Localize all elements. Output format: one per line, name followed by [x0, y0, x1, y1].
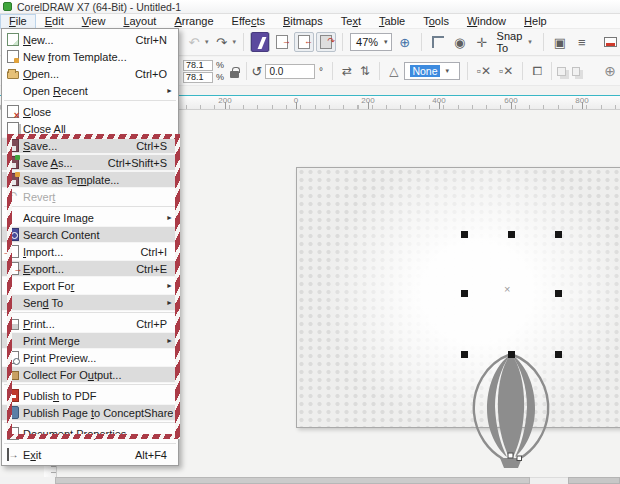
menu-item-import[interactable]: Import...Ctrl+I — [2, 243, 178, 260]
publish-pdf-button[interactable]: ↷ — [316, 32, 336, 52]
menubar-item-tools[interactable]: Tools — [414, 14, 458, 29]
wrap-text-button[interactable]: ⧠ — [528, 64, 546, 78]
launcher-icon — [251, 32, 269, 52]
menu-item-label: Search Content — [23, 229, 173, 241]
selection-handle-top-center[interactable] — [508, 231, 515, 238]
selection-handle-top-right[interactable] — [555, 231, 562, 238]
menu-bar: FileEditViewLayoutArrangeEffectsBitmapsT… — [0, 14, 620, 29]
show-rulers-button[interactable] — [428, 32, 448, 52]
menu-item-search-content[interactable]: Search Content — [2, 226, 178, 243]
presentation-mode-button[interactable] — [601, 32, 620, 52]
menu-item-exit[interactable]: →ExitAlt+F4 — [2, 446, 178, 463]
menu-item-save[interactable]: Save...Ctrl+S — [2, 137, 178, 154]
menu-item-shortcut: Ctrl+S — [136, 140, 173, 152]
redo-dropdown-icon[interactable]: ▾ — [233, 38, 237, 46]
undo-button[interactable]: ↶ — [184, 32, 204, 52]
menu-item-new[interactable]: New...Ctrl+N — [2, 31, 178, 48]
balloon-object[interactable] — [467, 351, 555, 469]
menu-item-save-as[interactable]: Save As...Ctrl+Shift+S — [2, 154, 178, 171]
menu-item-publish-page-to-conceptshare[interactable]: Publish Page to ConceptShare... — [2, 404, 178, 421]
menu-item-send-to[interactable]: Send To► — [2, 294, 178, 311]
lock-ratio-icon[interactable] — [230, 71, 239, 78]
selection-handle-mid-right[interactable] — [555, 290, 562, 297]
import-button[interactable]: → — [272, 32, 292, 52]
pan-tool-button[interactable]: ⊕ — [395, 32, 415, 52]
horizontal-scrollbar-thumb[interactable] — [55, 477, 530, 484]
toolbar-separator — [467, 62, 468, 80]
zoom-level-combo[interactable]: 47% ▾ — [350, 33, 392, 51]
quick-customize-button[interactable]: ⊕ — [600, 63, 620, 79]
bottom-left-corner — [0, 477, 55, 484]
group-button[interactable] — [557, 67, 566, 76]
options-button[interactable]: ≡ — [572, 32, 592, 52]
selection-center-mark[interactable]: × — [504, 283, 510, 295]
menubar-item-file[interactable]: File — [0, 14, 36, 29]
snap-to-dropdown[interactable]: Snap To ▾ — [493, 32, 538, 52]
toolbar-separator — [522, 62, 523, 80]
scale-v-field[interactable]: 78.1 — [183, 72, 213, 83]
menu-item-new-from-template[interactable]: New from Template... — [2, 48, 178, 65]
menubar-item-layout[interactable]: Layout — [114, 14, 165, 29]
mirror-vertical-button[interactable]: ⇅ — [356, 64, 374, 78]
highlighted-menu-group: Save...Ctrl+SSave As...Ctrl+Shift+SSave … — [2, 137, 178, 442]
submenu-arrow-icon: ► — [165, 87, 173, 94]
preview-icon — [2, 351, 23, 364]
menubar-item-arrange[interactable]: Arrange — [165, 14, 222, 29]
menubar-item-effects[interactable]: Effects — [223, 14, 274, 29]
menu-item-export[interactable]: Export...Ctrl+E — [2, 260, 178, 277]
selection-handle-bottom-left[interactable] — [461, 351, 468, 358]
export-button[interactable]: ← — [294, 32, 314, 52]
menu-item-print-merge[interactable]: Print Merge► — [2, 332, 178, 349]
menubar-item-window[interactable]: Window — [458, 14, 515, 29]
show-guidelines-button[interactable]: ✛ — [472, 32, 492, 52]
menu-item-revert[interactable]: ↶Revert — [2, 188, 178, 205]
mirror-horizontal-button[interactable]: ⇄ — [338, 64, 356, 78]
zoom-caret-icon: ▾ — [384, 38, 388, 46]
menu-item-save-as-template[interactable]: Save as Template... — [2, 171, 178, 188]
selection-handle-bottom-right[interactable] — [555, 351, 562, 358]
application-launcher-button[interactable] — [250, 32, 270, 52]
submenu-arrow-icon: ► — [165, 337, 173, 344]
outline-width-combo[interactable]: None ▾ — [404, 62, 459, 80]
menu-item-label: Save as Template... — [23, 174, 173, 186]
welcome-screen-button[interactable]: ▣ — [550, 32, 570, 52]
open-icon — [2, 68, 23, 79]
menu-item-label: New... — [23, 34, 128, 46]
ungroup-button[interactable] — [572, 67, 581, 76]
menu-item-publish-to-pdf[interactable]: Publish to PDF — [2, 387, 178, 404]
remove-nodes-button[interactable]: ▫✕ — [473, 64, 495, 78]
selection-handle-bottom-center[interactable] — [508, 351, 515, 358]
rotation-angle-field[interactable]: 0.0 — [265, 64, 315, 79]
menubar-item-view[interactable]: View — [73, 14, 115, 29]
toolbar-separator — [421, 33, 422, 51]
selection-handle-mid-left[interactable] — [461, 290, 468, 297]
menubar-item-bitmaps[interactable]: Bitmaps — [274, 14, 332, 29]
scale-h-field[interactable]: 78.1 — [183, 60, 213, 71]
undo-dropdown-icon[interactable]: ▾ — [205, 38, 209, 46]
menubar-item-table[interactable]: Table — [370, 14, 414, 29]
menu-item-label: Open... — [23, 68, 127, 80]
submenu-arrow-icon: ► — [165, 214, 173, 221]
menu-item-label: New from Template... — [23, 51, 173, 63]
menubar-item-edit[interactable]: Edit — [36, 14, 73, 29]
menu-item-collect-for-output[interactable]: Collect For Output... — [2, 366, 178, 383]
menubar-item-text[interactable]: Text — [332, 14, 370, 29]
menubar-item-help[interactable]: Help — [515, 14, 556, 29]
outline-width-value: None — [410, 65, 439, 77]
redo-button[interactable]: ↷ — [212, 32, 232, 52]
menu-item-print[interactable]: Print...Ctrl+P — [2, 315, 178, 332]
selection-handle-top-left[interactable] — [461, 231, 468, 238]
menu-item-label: Open Recent — [23, 85, 165, 97]
menu-item-close[interactable]: Close — [2, 103, 178, 120]
menu-item-open[interactable]: Open...Ctrl+O — [2, 65, 178, 82]
horizontal-scrollbar-button[interactable] — [568, 477, 620, 484]
reduce-nodes-button[interactable]: ▫✕ — [495, 64, 517, 78]
close-icon — [7, 105, 19, 118]
menu-item-print-preview[interactable]: Print Preview... — [2, 349, 178, 366]
menu-item-open-recent[interactable]: Open Recent► — [2, 82, 178, 99]
document-page[interactable] — [296, 167, 620, 428]
menu-item-export-for[interactable]: Export For► — [2, 277, 178, 294]
show-grid-button[interactable]: ◉ — [450, 32, 470, 52]
menu-item-label: Revert — [23, 191, 173, 203]
menu-item-acquire-image[interactable]: Acquire Image► — [2, 209, 178, 226]
